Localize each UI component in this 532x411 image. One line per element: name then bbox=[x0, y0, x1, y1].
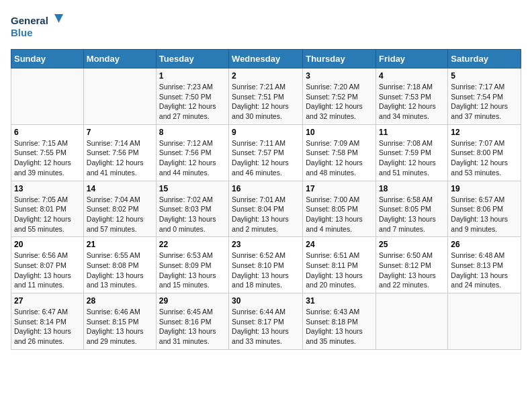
day-number: 24 bbox=[306, 240, 373, 249]
weekday-header-wednesday: Wednesday bbox=[229, 50, 303, 68]
calendar-cell: 30Sunrise: 6:44 AM Sunset: 8:17 PM Dayli… bbox=[229, 293, 303, 350]
day-number: 20 bbox=[14, 240, 81, 249]
calendar-cell: 23Sunrise: 6:52 AM Sunset: 8:10 PM Dayli… bbox=[229, 237, 303, 293]
day-number: 2 bbox=[232, 71, 300, 81]
day-info: Sunrise: 7:09 AM Sunset: 7:58 PM Dayligh… bbox=[306, 138, 373, 178]
calendar-cell: 24Sunrise: 6:51 AM Sunset: 8:11 PM Dayli… bbox=[303, 237, 376, 293]
calendar-cell: 21Sunrise: 6:55 AM Sunset: 8:08 PM Dayli… bbox=[83, 237, 156, 293]
day-info: Sunrise: 7:12 AM Sunset: 7:56 PM Dayligh… bbox=[159, 138, 226, 178]
day-number: 31 bbox=[306, 296, 373, 306]
weekday-header-friday: Friday bbox=[376, 50, 448, 68]
day-info: Sunrise: 6:56 AM Sunset: 8:07 PM Dayligh… bbox=[14, 250, 81, 290]
calendar-cell: 4Sunrise: 7:18 AM Sunset: 7:53 PM Daylig… bbox=[376, 68, 448, 125]
day-info: Sunrise: 7:14 AM Sunset: 7:56 PM Dayligh… bbox=[87, 138, 153, 178]
day-number: 23 bbox=[232, 240, 300, 249]
calendar-cell: 28Sunrise: 6:46 AM Sunset: 8:15 PM Dayli… bbox=[83, 293, 156, 350]
day-number: 12 bbox=[451, 128, 518, 137]
day-info: Sunrise: 6:46 AM Sunset: 8:15 PM Dayligh… bbox=[87, 307, 153, 347]
day-number: 15 bbox=[159, 184, 226, 193]
day-number: 13 bbox=[14, 184, 81, 193]
day-number: 11 bbox=[379, 128, 445, 137]
calendar-cell bbox=[11, 68, 84, 125]
day-info: Sunrise: 7:02 AM Sunset: 8:03 PM Dayligh… bbox=[159, 195, 226, 234]
calendar-cell: 25Sunrise: 6:50 AM Sunset: 8:12 PM Dayli… bbox=[376, 237, 448, 293]
calendar-cell: 3Sunrise: 7:20 AM Sunset: 7:52 PM Daylig… bbox=[303, 68, 376, 125]
day-info: Sunrise: 6:52 AM Sunset: 8:10 PM Dayligh… bbox=[232, 250, 300, 290]
calendar-cell bbox=[376, 293, 448, 350]
calendar-week-row: 6Sunrise: 7:15 AM Sunset: 7:55 PM Daylig… bbox=[11, 124, 521, 181]
calendar-week-row: 1Sunrise: 7:23 AM Sunset: 7:50 PM Daylig… bbox=[11, 68, 521, 125]
day-info: Sunrise: 7:17 AM Sunset: 7:54 PM Dayligh… bbox=[451, 82, 518, 122]
day-number: 6 bbox=[14, 128, 81, 137]
day-info: Sunrise: 6:44 AM Sunset: 8:17 PM Dayligh… bbox=[232, 307, 300, 347]
day-number: 9 bbox=[232, 128, 300, 137]
day-info: Sunrise: 6:53 AM Sunset: 8:09 PM Dayligh… bbox=[159, 250, 226, 290]
calendar-cell: 16Sunrise: 7:01 AM Sunset: 8:04 PM Dayli… bbox=[229, 181, 303, 237]
calendar-cell: 19Sunrise: 6:57 AM Sunset: 8:06 PM Dayli… bbox=[448, 181, 521, 237]
day-info: Sunrise: 6:58 AM Sunset: 8:05 PM Dayligh… bbox=[379, 195, 445, 234]
day-info: Sunrise: 6:47 AM Sunset: 8:14 PM Dayligh… bbox=[14, 307, 81, 347]
calendar-cell: 17Sunrise: 7:00 AM Sunset: 8:05 PM Dayli… bbox=[303, 181, 376, 237]
day-number: 29 bbox=[159, 296, 226, 306]
calendar-cell: 11Sunrise: 7:08 AM Sunset: 7:59 PM Dayli… bbox=[376, 124, 448, 181]
day-info: Sunrise: 7:11 AM Sunset: 7:57 PM Dayligh… bbox=[232, 138, 300, 178]
calendar-cell: 20Sunrise: 6:56 AM Sunset: 8:07 PM Dayli… bbox=[11, 237, 84, 293]
calendar-cell: 12Sunrise: 7:07 AM Sunset: 8:00 PM Dayli… bbox=[448, 124, 521, 181]
calendar-cell bbox=[448, 293, 521, 350]
calendar-cell bbox=[83, 68, 156, 125]
calendar-cell: 14Sunrise: 7:04 AM Sunset: 8:02 PM Dayli… bbox=[83, 181, 156, 237]
day-info: Sunrise: 7:15 AM Sunset: 7:55 PM Dayligh… bbox=[14, 138, 81, 178]
day-info: Sunrise: 7:07 AM Sunset: 8:00 PM Dayligh… bbox=[451, 138, 518, 178]
day-number: 5 bbox=[451, 71, 518, 81]
day-info: Sunrise: 7:08 AM Sunset: 7:59 PM Dayligh… bbox=[379, 138, 445, 178]
logo: GeneralBlue bbox=[11, 11, 64, 41]
day-info: Sunrise: 6:50 AM Sunset: 8:12 PM Dayligh… bbox=[379, 250, 445, 290]
page-header: GeneralBlue bbox=[11, 11, 521, 41]
svg-marker-2 bbox=[54, 14, 63, 23]
calendar-week-row: 13Sunrise: 7:05 AM Sunset: 8:01 PM Dayli… bbox=[11, 181, 521, 237]
weekday-header-sunday: Sunday bbox=[11, 50, 84, 68]
calendar-cell: 1Sunrise: 7:23 AM Sunset: 7:50 PM Daylig… bbox=[156, 68, 228, 125]
day-info: Sunrise: 6:51 AM Sunset: 8:11 PM Dayligh… bbox=[306, 250, 373, 290]
day-info: Sunrise: 6:48 AM Sunset: 8:13 PM Dayligh… bbox=[451, 250, 518, 290]
day-number: 25 bbox=[379, 240, 445, 249]
calendar-table: SundayMondayTuesdayWednesdayThursdayFrid… bbox=[11, 49, 521, 350]
day-info: Sunrise: 6:57 AM Sunset: 8:06 PM Dayligh… bbox=[451, 195, 518, 234]
day-info: Sunrise: 7:00 AM Sunset: 8:05 PM Dayligh… bbox=[306, 195, 373, 234]
day-number: 18 bbox=[379, 184, 445, 193]
day-number: 19 bbox=[451, 184, 518, 193]
calendar-cell: 9Sunrise: 7:11 AM Sunset: 7:57 PM Daylig… bbox=[229, 124, 303, 181]
day-number: 26 bbox=[451, 240, 518, 249]
calendar-week-row: 20Sunrise: 6:56 AM Sunset: 8:07 PM Dayli… bbox=[11, 237, 521, 293]
svg-text:General: General bbox=[11, 15, 48, 26]
day-number: 27 bbox=[14, 296, 81, 306]
calendar-cell: 13Sunrise: 7:05 AM Sunset: 8:01 PM Dayli… bbox=[11, 181, 84, 237]
day-info: Sunrise: 7:18 AM Sunset: 7:53 PM Dayligh… bbox=[379, 82, 445, 122]
day-number: 16 bbox=[232, 184, 300, 193]
weekday-header-row: SundayMondayTuesdayWednesdayThursdayFrid… bbox=[11, 50, 521, 68]
calendar-cell: 26Sunrise: 6:48 AM Sunset: 8:13 PM Dayli… bbox=[448, 237, 521, 293]
calendar-cell: 29Sunrise: 6:45 AM Sunset: 8:16 PM Dayli… bbox=[156, 293, 228, 350]
day-number: 4 bbox=[379, 71, 445, 81]
calendar-cell: 10Sunrise: 7:09 AM Sunset: 7:58 PM Dayli… bbox=[303, 124, 376, 181]
day-number: 1 bbox=[159, 71, 226, 81]
weekday-header-thursday: Thursday bbox=[303, 50, 376, 68]
day-number: 28 bbox=[87, 296, 153, 306]
calendar-cell: 2Sunrise: 7:21 AM Sunset: 7:51 PM Daylig… bbox=[229, 68, 303, 125]
day-number: 10 bbox=[306, 128, 373, 137]
day-number: 14 bbox=[87, 184, 153, 193]
day-info: Sunrise: 6:55 AM Sunset: 8:08 PM Dayligh… bbox=[87, 250, 153, 290]
weekday-header-saturday: Saturday bbox=[448, 50, 521, 68]
weekday-header-monday: Monday bbox=[83, 50, 156, 68]
day-info: Sunrise: 7:05 AM Sunset: 8:01 PM Dayligh… bbox=[14, 195, 81, 234]
weekday-header-tuesday: Tuesday bbox=[156, 50, 228, 68]
day-number: 21 bbox=[87, 240, 153, 249]
day-number: 8 bbox=[159, 128, 226, 137]
day-info: Sunrise: 7:21 AM Sunset: 7:51 PM Dayligh… bbox=[232, 82, 300, 122]
day-info: Sunrise: 7:04 AM Sunset: 8:02 PM Dayligh… bbox=[87, 195, 153, 234]
day-number: 17 bbox=[306, 184, 373, 193]
calendar-cell: 8Sunrise: 7:12 AM Sunset: 7:56 PM Daylig… bbox=[156, 124, 228, 181]
day-info: Sunrise: 6:43 AM Sunset: 8:18 PM Dayligh… bbox=[306, 307, 373, 347]
day-info: Sunrise: 7:20 AM Sunset: 7:52 PM Dayligh… bbox=[306, 82, 373, 122]
svg-text:Blue: Blue bbox=[11, 27, 33, 38]
